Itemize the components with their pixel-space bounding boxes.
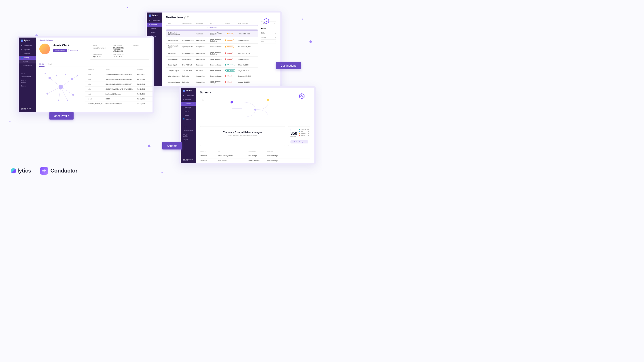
svg-point-22 — [254, 109, 256, 111]
schema-hex-icon — [299, 93, 305, 99]
filter-provider[interactable]: Provider⌄ — [261, 35, 276, 39]
table-row[interactable]: _uidn4f3e44f0-28a9-4e33-8d45-b24626d0c57… — [86, 82, 152, 87]
nav-dashboard[interactable]: ▦Dashboard — [19, 43, 36, 48]
svg-point-16 — [45, 73, 46, 74]
nav-dashboard[interactable]: ▦Dashboard — [147, 18, 162, 22]
delete-profile-button[interactable]: Delete Profile — [68, 49, 80, 52]
filters-panel: Search⌕ Filters Status⌄ Provider⌄ Type⌄ — [261, 21, 276, 86]
nav-pipeline[interactable]: ⌁Pipeline⌃ — [147, 22, 162, 26]
avatar — [39, 43, 50, 54]
table-row[interactable]: Derek's Numeric ExportBigQuery OAuthGoog… — [166, 43, 258, 50]
nav-schema[interactable]: ⬡Schema⌃ — [181, 102, 196, 106]
filters-title: Filters — [261, 28, 276, 29]
table-row[interactable]: Version 2Initial schemaMiranda Schumes16… — [200, 158, 310, 163]
table-row[interactable]: Infrequent ExportDrew FB OAuthFacebookEx… — [166, 68, 258, 73]
changes-title: There are 3 unpublished changes — [204, 131, 281, 134]
table-row[interactable]: audience_chances4mile-lyticsGoogle Cloud… — [166, 79, 258, 85]
nav-schema[interactable]: ⬡Schema⌄ — [19, 52, 36, 56]
table-row[interactable]: lytics-aud-def-lzlytics-audience-defGoog… — [166, 37, 258, 43]
nav-dashboard[interactable]: ▦Dashboard — [181, 94, 196, 98]
meta-updated: Oct 21, 2022 — [113, 56, 126, 57]
help-docs[interactable]: Documentation — [21, 75, 34, 79]
col-status: STATUS — [226, 22, 238, 24]
svg-rect-23 — [267, 99, 269, 101]
table-row[interactable]: non-scalar4mile-non-scalarGoogle CloudEx… — [166, 85, 258, 86]
identity-graph — [36, 67, 86, 107]
nav-identity[interactable]: 👤Identity⌄ — [181, 117, 196, 121]
nav-explorer[interactable]: Explorer — [19, 60, 36, 63]
logo: lytics — [19, 37, 36, 43]
back-link[interactable]: ‹ Back to find a user — [36, 37, 56, 43]
logo: lytics — [181, 88, 196, 94]
svg-point-10 — [48, 77, 51, 79]
destinations-table: NAME AUTHORIZATION PROVIDER TYPE STATUS … — [166, 21, 258, 86]
account-info[interactable]: user@email.com Account — [19, 106, 36, 112]
svg-point-15 — [67, 100, 68, 101]
svg-point-12 — [46, 93, 48, 94]
filter-status[interactable]: Status⌄ — [261, 31, 276, 35]
table-row[interactable]: hs_vid166326Jan 22, 2022 — [86, 96, 152, 101]
stat-row: Modified0 — [299, 133, 309, 134]
col-name: NAME — [168, 22, 182, 24]
svg-text:$: $ — [230, 102, 230, 103]
col-type: TYPE — [210, 22, 226, 24]
publish-changes-button[interactable]: Publish Changes — [290, 140, 308, 143]
stat-row: Published300 — [299, 129, 309, 130]
tab-details[interactable]: Details — [48, 62, 52, 67]
table-row[interactable]: _uidk1715a047-fd08-40d7-9548-9d689234dc6… — [86, 72, 152, 77]
table-row[interactable]: _uidk1f3190cc-0959-48be-83be-18fac1adc34… — [86, 77, 152, 82]
nav-pipeline[interactable]: ⌁Pipeline⌄ — [181, 98, 196, 102]
changes-card: There are 3 unpublished changes Review c… — [200, 126, 285, 146]
table-row[interactable]: SMS Product Recommendations--WebhookAudi… — [166, 30, 258, 37]
table-row[interactable]: lytics-4mile-export4mile-lyticsGoogle Cl… — [166, 73, 258, 79]
help-updates[interactable]: Product Updates — [21, 79, 34, 84]
table-row[interactable]: emailjmcdermott@lytics.comApr 03, 2021 — [86, 92, 152, 96]
nav-identity-rules[interactable]: Identity Rules — [19, 63, 36, 67]
col-modified: LAST MODIFIED — [238, 22, 256, 24]
chevron-down-icon: ⌄ — [275, 41, 276, 42]
table-row[interactable]: Version 3Added Shopify FieldsDrew Laneng… — [200, 153, 310, 158]
lytics-logo: lytics — [11, 168, 31, 174]
table-row[interactable]: lytics-aud-deflytics-audience-defGoogle … — [166, 50, 258, 56]
meta-email: name@email.com — [93, 47, 106, 49]
col-identifier: IDENTIFIER — [88, 69, 106, 70]
create-new-button[interactable]: + Create New — [166, 25, 258, 29]
svg-point-11 — [71, 78, 73, 80]
svg-point-19 — [65, 74, 66, 75]
nav-streams[interactable]: Streams — [147, 30, 162, 34]
col-provider: PROVIDER — [196, 22, 210, 24]
chevron-down-icon: ⌄ — [275, 36, 276, 38]
mappings-count: 350 — [290, 131, 297, 136]
table-row[interactable]: nonscalar moremorenonscalarGoogle CloudE… — [166, 56, 258, 62]
page-title: Destinations (18) — [166, 16, 190, 19]
nav-identity[interactable]: 👤Identity⌃ — [19, 56, 36, 60]
nav-ranks[interactable]: Ranks — [181, 113, 196, 117]
svg-point-18 — [56, 75, 57, 76]
page-title: Schema — [196, 88, 314, 96]
svg-line-29 — [302, 95, 303, 97]
table-row[interactable]: Casual ExportDrew FB OAuthFacebookExport… — [166, 62, 258, 68]
svg-point-14 — [58, 100, 59, 101]
nav-sources[interactable]: Sources — [147, 26, 162, 30]
nav-pipeline[interactable]: ⌁Pipeline⌄ — [19, 48, 36, 52]
user-profile-label: User Profile — [50, 112, 74, 120]
nav-fields[interactable]: Fields — [181, 109, 196, 113]
svg-point-17 — [77, 75, 78, 76]
schema-window: lytics ▦Dashboard ⌁Pipeline⌄ ⬡Schema⌃ Ma… — [179, 86, 316, 164]
help-docs[interactable]: Documentation — [183, 129, 194, 132]
tab-identity[interactable]: Identity — [39, 62, 44, 67]
table-row[interactable]: _uidn68b53274-5ec0-48b2-ab73-e34c1780084… — [86, 87, 152, 92]
download-profile-button[interactable]: Download Profile — [53, 49, 67, 52]
destinations-content: Destinations (18) NAME AUTHORIZATION PRO… — [162, 12, 280, 86]
filter-type[interactable]: Type⌄ — [261, 39, 276, 44]
stat-row: New0 — [299, 131, 309, 132]
account-info[interactable]: user@email.com Account — [181, 157, 196, 163]
svg-line-28 — [301, 95, 302, 97]
help-support[interactable]: Support — [183, 138, 194, 142]
nav-mappings[interactable]: Mappings — [181, 106, 196, 109]
help-support[interactable]: Support — [21, 84, 34, 88]
schema-icon: ⬡ — [290, 129, 297, 131]
svg-point-9 — [58, 85, 63, 89]
table-row[interactable]: salesforce_contact_ids0031N00026NGmVAQA0… — [86, 101, 152, 106]
help-updates[interactable]: Product Updates — [183, 132, 194, 138]
